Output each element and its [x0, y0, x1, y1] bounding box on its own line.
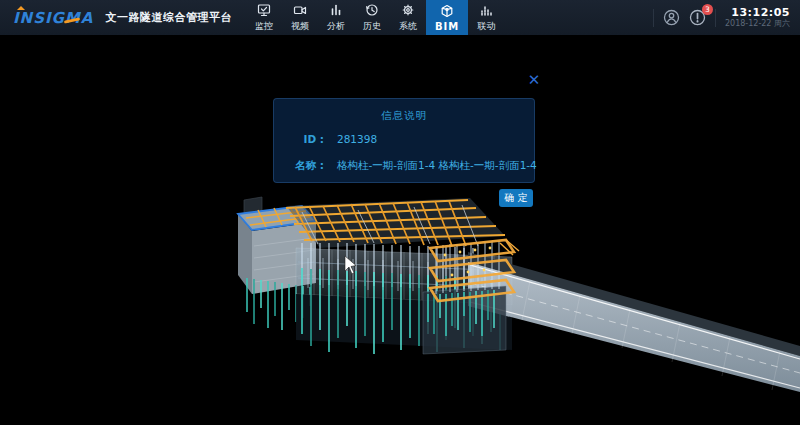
field-label: 名称 :: [274, 159, 324, 173]
bim-viewport[interactable]: [0, 36, 800, 425]
info-dialog: 信息说明 ID : 281398 名称 : 格构柱-一期-剖面1-4 格构柱-一…: [273, 98, 535, 183]
dialog-field-name: 名称 : 格构柱-一期-剖面1-4 格构柱-一期-剖面1-4: [274, 159, 526, 173]
field-label: ID :: [274, 133, 324, 145]
field-value: 格构柱-一期-剖面1-4 格构柱-一期-剖面1-4: [337, 159, 537, 173]
dialog-close-icon[interactable]: ✕: [525, 71, 543, 89]
model-road-deck: [468, 252, 800, 392]
confirm-button[interactable]: 确 定: [499, 189, 533, 207]
bim-model-canvas: [0, 0, 800, 425]
field-value: 281398: [337, 133, 377, 145]
dialog-field-id: ID : 281398: [274, 133, 526, 145]
application-window: INSIGMA 文一路隧道综合管理平台 监控: [0, 0, 800, 425]
dialog-title: 信息说明: [274, 109, 534, 123]
